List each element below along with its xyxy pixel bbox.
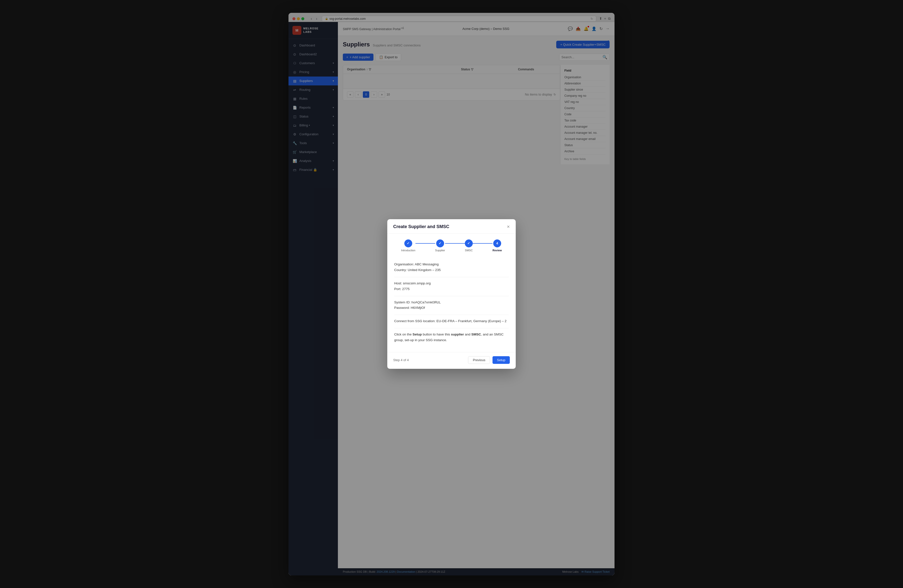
step-label-introduction: Introduction (401, 249, 415, 252)
step-indicator: Step 4 of 4 (393, 358, 409, 362)
supplier-bold: supplier (451, 332, 464, 336)
step-circle-smsc: ✓ (465, 240, 473, 247)
review-instruction: Click on the Setup button to have this s… (394, 332, 509, 343)
modal-title: Create Supplier and SMSC (393, 224, 449, 229)
review-host-line: Host: smscsim.smpp.org (394, 281, 509, 286)
review-divider-3 (394, 315, 509, 315)
modal-overlay[interactable]: Create Supplier and SMSC × ✓ Introductio… (0, 0, 903, 588)
review-port-line: Port: 2775 (394, 286, 509, 292)
review-host: Host: smscsim.smpp.org Port: 2775 (394, 281, 509, 292)
review-organisation: Organisation: ABC Messaging Country: Uni… (394, 262, 509, 273)
modal-header: Create Supplier and SMSC × (387, 219, 516, 234)
modal-footer: Step 4 of 4 Previous Setup (387, 352, 516, 369)
smsc-bold: SMSC (471, 332, 481, 336)
footer-buttons: Previous Setup (468, 356, 510, 364)
review-divider-4 (394, 328, 509, 328)
review-organisation-line: Organisation: ABC Messaging (394, 262, 509, 267)
step-supplier: ✓ Supplier (435, 240, 445, 252)
step-circle-review: 4 (493, 240, 501, 247)
modal-close-button[interactable]: × (507, 224, 510, 229)
step-smsc: ✓ SMSC (465, 240, 473, 252)
review-system-id-line: System ID: hoAQCa7xmkl3RzL (394, 299, 509, 305)
review-instruction-text: Click on the Setup button to have this s… (394, 332, 509, 343)
review-country-line: Country: United Kingdom – 235 (394, 267, 509, 273)
review-password-line: Password: H6XMjiOf (394, 305, 509, 311)
create-supplier-modal: Create Supplier and SMSC × ✓ Introductio… (387, 219, 516, 369)
step-label-review: Review (492, 249, 502, 252)
modal-body: Organisation: ABC Messaging Country: Uni… (387, 257, 516, 352)
step-label-smsc: SMSC (465, 249, 473, 252)
setup-button[interactable]: Setup (492, 356, 510, 364)
step-review: 4 Review (492, 240, 502, 252)
step-line-2 (445, 243, 465, 244)
stepper: ✓ Introduction ✓ Supplier ✓ SMSC 4 Revie… (387, 234, 516, 257)
step-label-supplier: Supplier (435, 249, 445, 252)
setup-bold: Setup (412, 332, 422, 336)
step-line-3 (473, 243, 492, 244)
step-line-1 (415, 243, 435, 244)
step-circle-supplier: ✓ (436, 240, 444, 247)
review-credentials: System ID: hoAQCa7xmkl3RzL Password: H6X… (394, 299, 509, 311)
review-connect-line: Connect from SSG location: EU-DE-FRA – F… (394, 318, 509, 324)
step-circle-introduction: ✓ (404, 240, 412, 247)
review-connect: Connect from SSG location: EU-DE-FRA – F… (394, 318, 509, 324)
previous-button[interactable]: Previous (468, 356, 490, 364)
step-introduction: ✓ Introduction (401, 240, 415, 252)
